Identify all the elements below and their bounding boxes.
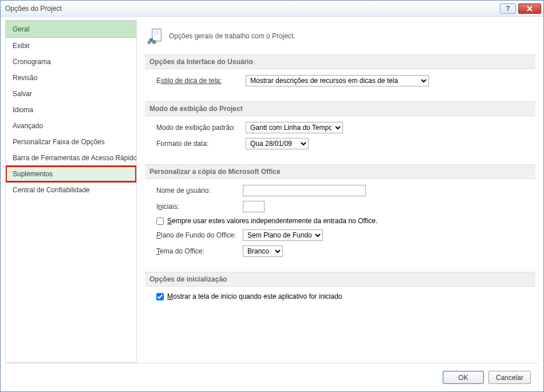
username-label: Nome de usuário: — [156, 187, 239, 195]
button-label: OK — [458, 374, 468, 382]
sidebar-item-exibir[interactable]: Exibir — [6, 38, 136, 54]
close-icon — [526, 6, 533, 11]
date-format-label: Formato de data: — [156, 140, 242, 148]
office-theme-select[interactable]: Branco — [243, 246, 283, 257]
category-sidebar: Geral Exibir Cronograma Revisão Salvar I… — [5, 20, 137, 363]
dialog-body: Geral Exibir Cronograma Revisão Salvar I… — [1, 17, 543, 363]
sidebar-item-label: Idioma — [13, 106, 33, 114]
page-hero: Opções gerais de trabalho com o Project. — [145, 23, 535, 54]
sidebar-item-label: Exibir — [13, 42, 30, 50]
sidebar-item-label: Personalizar Faixa de Opções — [13, 138, 105, 146]
sidebar-item-suplementos[interactable]: Suplementos — [6, 166, 136, 182]
show-start-screen-label: Mostrar a tela de início quando este apl… — [167, 292, 342, 300]
default-view-label: Modo de exibição padrão: — [156, 124, 242, 132]
always-use-values-label: Sempre usar estes valores independenteme… — [167, 217, 377, 225]
section-header: Personalizar a cópia do Microsoft Office — [145, 164, 535, 179]
sidebar-item-label: Cronograma — [13, 58, 51, 66]
window-title: Opções do Project — [5, 5, 500, 13]
section-startup: Opções de inicialização Mostrar a tela d… — [145, 272, 535, 307]
sidebar-item-salvar[interactable]: Salvar — [6, 86, 136, 102]
button-label: Cancelar — [496, 374, 523, 382]
office-background-select[interactable]: Sem Plano de Fundo — [243, 229, 323, 241]
sidebar-item-personalizar-faixa[interactable]: Personalizar Faixa de Opções — [6, 134, 136, 150]
svg-point-4 — [152, 40, 156, 44]
default-view-select[interactable]: Gantt com Linha do Tempo — [246, 122, 343, 133]
sidebar-item-label: Suplementos — [13, 170, 53, 178]
section-project-view: Modo de exibição do Project Modo de exib… — [145, 101, 535, 156]
always-use-values-checkbox[interactable] — [156, 217, 164, 225]
sidebar-item-label: Geral — [13, 25, 29, 33]
sidebar-item-barra-acesso-rapido[interactable]: Barra de Ferramentas de Acesso Rápido — [6, 150, 136, 166]
show-start-screen-checkbox[interactable] — [156, 293, 164, 300]
sidebar-item-central-confiabilidade[interactable]: Central de Confiabilidade — [6, 182, 136, 198]
sidebar-item-label: Central de Confiabilidade — [13, 186, 90, 194]
help-button[interactable]: ? — [500, 3, 516, 14]
sidebar-item-label: Salvar — [13, 90, 32, 98]
section-header: Modo de exibição do Project — [145, 101, 535, 116]
sidebar-item-label: Revisão — [13, 74, 37, 82]
main-panel: Opções gerais de trabalho com o Project.… — [137, 20, 539, 363]
initials-label: Iniciais: — [156, 203, 239, 211]
screentip-style-select[interactable]: Mostrar descrições de recursos em dicas … — [246, 75, 429, 86]
section-header: Opções da Interface do Usuário — [145, 54, 535, 69]
project-options-icon — [147, 28, 163, 44]
svg-rect-0 — [152, 29, 161, 41]
sidebar-item-label: Barra de Ferramentas de Acesso Rápido — [13, 154, 137, 162]
ok-button[interactable]: OK — [443, 371, 484, 384]
titlebar: Opções do Project ? — [1, 1, 543, 17]
date-format-select[interactable]: Qua 28/01/09 — [246, 138, 309, 149]
cancel-button[interactable]: Cancelar — [488, 371, 531, 384]
sidebar-item-idioma[interactable]: Idioma — [6, 102, 136, 118]
office-background-label: Plano de Fundo do Office: — [156, 231, 239, 239]
section-office-copy: Personalizar a cópia do Microsoft Office… — [145, 164, 535, 264]
close-button[interactable] — [518, 3, 541, 14]
username-input[interactable] — [243, 185, 366, 196]
screentip-style-label: Estilo de dica de tela: — [156, 77, 242, 85]
page-hero-text: Opções gerais de trabalho com o Project. — [169, 32, 295, 40]
sidebar-item-avancado[interactable]: Avançado — [6, 118, 136, 134]
sidebar-item-geral[interactable]: Geral — [6, 21, 136, 38]
sidebar-item-revisao[interactable]: Revisão — [6, 70, 136, 86]
titlebar-buttons: ? — [500, 3, 541, 14]
dialog-footer: OK Cancelar — [5, 363, 539, 391]
options-window: Opções do Project ? Geral Exibir Cronogr… — [0, 0, 544, 392]
help-icon: ? — [506, 5, 510, 13]
initials-input[interactable] — [243, 201, 265, 212]
sidebar-item-label: Avançado — [13, 122, 43, 130]
office-theme-label: Tema do Office: — [156, 247, 239, 255]
section-ui-options: Opções da Interface do Usuário Estilo de… — [145, 54, 535, 93]
section-header: Opções de inicialização — [145, 272, 535, 287]
sidebar-item-cronograma[interactable]: Cronograma — [6, 54, 136, 70]
